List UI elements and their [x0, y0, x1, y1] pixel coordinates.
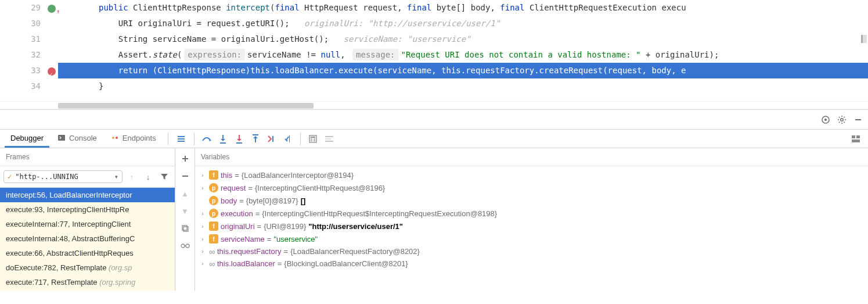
- thread-selector[interactable]: ✓ "http-...UNNING ▾: [3, 170, 123, 183]
- line-number: 32: [31, 50, 41, 59]
- scrollbar-thumb[interactable]: [58, 103, 314, 109]
- stack-frame[interactable]: doExecute:782, RestTemplate (org.sp: [0, 260, 175, 275]
- tab-endpoints[interactable]: Endpoints: [105, 130, 162, 148]
- link-icon: ∞: [209, 260, 215, 268]
- evaluate-expression-icon[interactable]: [305, 131, 320, 146]
- variable-row[interactable]: ›p execution = {InterceptingClientHttpRe…: [195, 207, 868, 220]
- step-into-icon[interactable]: [215, 131, 230, 146]
- breakpoint-icon[interactable]: [48, 67, 56, 76]
- drop-frame-icon[interactable]: [264, 131, 279, 146]
- step-over-icon[interactable]: [199, 131, 214, 146]
- gear-icon[interactable]: [835, 113, 848, 126]
- stack-frame[interactable]: executeInternal:77, InterceptingClient: [0, 217, 175, 231]
- svg-rect-29: [852, 140, 860, 142]
- expand-icon[interactable]: ›: [199, 210, 207, 217]
- trace-current-stream-icon[interactable]: [322, 131, 337, 146]
- svg-rect-27: [852, 135, 855, 138]
- svg-point-35: [181, 244, 185, 248]
- stack-frame[interactable]: intercept:56, LoadBalancerInterceptor: [0, 188, 175, 202]
- expand-icon[interactable]: ›: [199, 248, 207, 255]
- param-badge-icon: p: [209, 196, 218, 205]
- svg-rect-28: [856, 135, 860, 138]
- next-frame-icon[interactable]: ↓: [141, 170, 155, 184]
- stack-frame[interactable]: execute:66, AbstractClientHttpReques: [0, 246, 175, 260]
- glasses-icon[interactable]: [178, 239, 192, 253]
- expand-icon[interactable]: ›: [199, 260, 207, 267]
- layout-settings-icon[interactable]: [848, 131, 863, 146]
- show-execution-point-icon[interactable]: [174, 131, 189, 146]
- code-area[interactable]: public ClientHttpResponse intercept(fina…: [58, 0, 868, 101]
- svg-rect-22: [311, 140, 312, 141]
- svg-rect-15: [253, 134, 258, 135]
- svg-point-5: [112, 137, 114, 139]
- svg-point-36: [186, 244, 189, 248]
- target-icon[interactable]: [819, 113, 832, 126]
- variable-name: this.requestFactory: [217, 247, 282, 256]
- svg-rect-16: [272, 136, 273, 142]
- prev-frame-icon[interactable]: ↑: [125, 170, 139, 184]
- line-number: 34: [31, 81, 41, 91]
- line-number: 29: [31, 3, 41, 12]
- frames-pane: Frames ✓ "http-...UNNING ▾ ↑ ↓ intercept…: [0, 148, 175, 291]
- variable-row[interactable]: ›f this = {LoadBalancerInterceptor@8194}: [195, 169, 868, 181]
- line-number: 30: [31, 19, 41, 28]
- variable-value: {byte[0]@8197}: [246, 196, 298, 205]
- frames-header: Frames: [0, 148, 175, 166]
- editor-minimap-marker[interactable]: [861, 35, 867, 43]
- variables-header: Variables: [195, 148, 868, 166]
- run-to-cursor-icon[interactable]: [280, 131, 296, 146]
- override-icon[interactable]: [48, 5, 56, 13]
- code-editor[interactable]: 29 30 31 32 33 34 public ClientHttpRespo…: [0, 0, 868, 109]
- filter-frames-icon[interactable]: [157, 170, 171, 184]
- variable-value: "userservice": [273, 235, 318, 244]
- variables-list[interactable]: ›f this = {LoadBalancerInterceptor@8194}…: [195, 166, 868, 291]
- minimize-icon[interactable]: [852, 113, 865, 126]
- expand-icon[interactable]: ›: [199, 185, 207, 191]
- variable-row[interactable]: ›f serviceName = "userservice": [195, 233, 868, 245]
- variable-name: body: [221, 196, 237, 205]
- stack-frame[interactable]: execute:93, InterceptingClientHttpRe: [0, 202, 175, 217]
- endpoints-icon: [111, 134, 119, 142]
- debugger-panel: Debugger Console Endpoints Frames ✓: [0, 129, 868, 291]
- add-watch-icon[interactable]: [178, 152, 192, 166]
- variable-row[interactable]: ›∞ this.loadBalancer = {BlockingLoadBala…: [195, 257, 868, 270]
- watch-down-icon[interactable]: ▼: [178, 204, 192, 218]
- check-icon: ✓: [8, 173, 12, 181]
- horizontal-scrollbar[interactable]: [0, 101, 868, 109]
- tab-debugger[interactable]: Debugger: [5, 130, 49, 148]
- expand-icon[interactable]: ›: [199, 172, 207, 178]
- svg-rect-31: [182, 158, 188, 159]
- frames-list[interactable]: intercept:56, LoadBalancerInterceptor ex…: [0, 188, 175, 291]
- variable-row[interactable]: ›p request = {InterceptingClientHttpRequ…: [195, 181, 868, 194]
- svg-rect-9: [178, 141, 185, 142]
- variable-name: originalUri: [221, 222, 255, 231]
- svg-rect-11: [220, 142, 226, 144]
- svg-rect-23: [314, 140, 315, 141]
- remove-watch-icon[interactable]: [178, 169, 192, 183]
- editor-gutter: 29 30 31 32 33 34: [0, 0, 58, 101]
- variable-row[interactable]: p body = {byte[0]@8197} []: [195, 194, 868, 207]
- variable-row[interactable]: ›f originalUri = {URI@8199} "http://user…: [195, 220, 868, 233]
- svg-rect-32: [182, 176, 188, 177]
- svg-rect-17: [289, 135, 290, 142]
- variable-value: {LoadBalancerInterceptor@8194}: [242, 171, 354, 180]
- svg-rect-18: [309, 135, 316, 142]
- force-step-into-icon[interactable]: [232, 131, 247, 146]
- tab-console[interactable]: Console: [52, 130, 103, 148]
- step-out-icon[interactable]: [248, 131, 263, 146]
- console-icon: [57, 134, 66, 142]
- variable-value: {URI@8199}: [264, 222, 306, 231]
- svg-point-6: [116, 137, 118, 139]
- stack-frame[interactable]: executeInternal:48, AbstractBufferingC: [0, 231, 175, 246]
- expand-icon[interactable]: ›: [199, 236, 207, 242]
- watch-up-icon[interactable]: ▲: [178, 187, 192, 201]
- variable-row[interactable]: ›∞ this.requestFactory = {LoadBalancerRe…: [195, 245, 868, 257]
- stack-frame[interactable]: execute:717, RestTemplate (org.spring: [0, 275, 175, 289]
- variable-name: this.loadBalancer: [217, 259, 275, 268]
- variables-pane: Variables ›f this = {LoadBalancerInterce…: [195, 148, 868, 291]
- svg-rect-8: [178, 138, 185, 140]
- variable-value: {InterceptingClientHttpRequest$Intercept…: [262, 209, 497, 218]
- svg-rect-24: [325, 136, 333, 137]
- copy-icon[interactable]: [178, 221, 192, 235]
- expand-icon[interactable]: ›: [199, 223, 207, 230]
